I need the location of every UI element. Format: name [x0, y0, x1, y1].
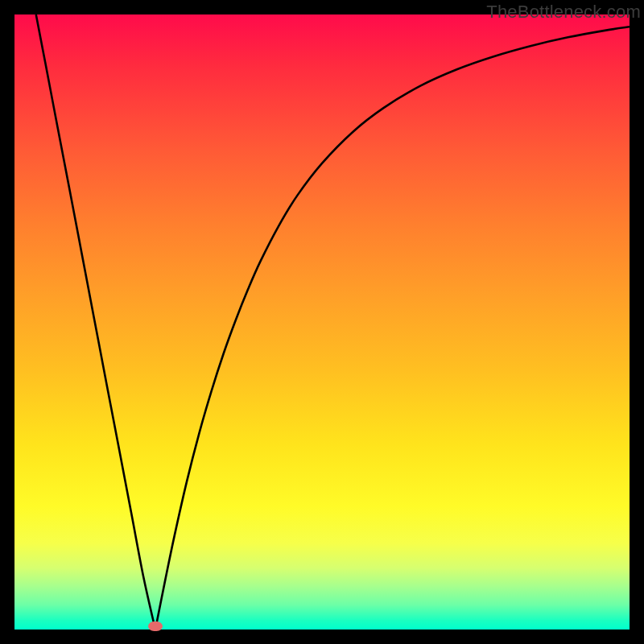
bottleneck-curve: [14, 14, 630, 630]
bottleneck-marker: [148, 621, 163, 631]
chart-frame: [14, 14, 630, 630]
watermark-text: TheBottleneck.com: [486, 2, 641, 23]
